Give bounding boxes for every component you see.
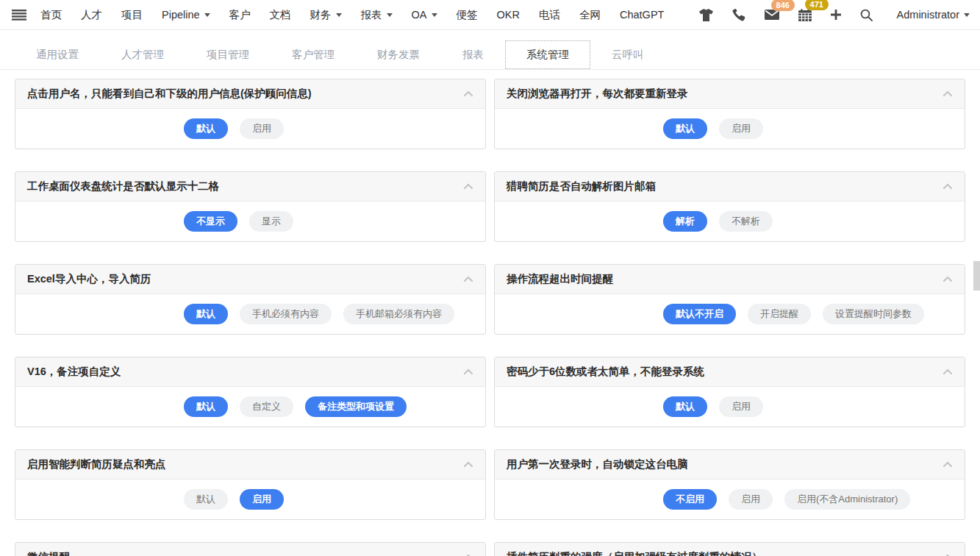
chevron-up-icon[interactable] [463,183,473,190]
settings-card: 工作桌面仪表盘统计是否默认显示十二格 不显示 显示 [15,171,486,242]
nav-item-oa[interactable]: OA [402,9,447,21]
hamburger-menu-icon[interactable] [12,10,26,21]
mail-icon[interactable]: 846 [765,10,779,20]
settings-tabbar: 通用设置 人才管理 项目管理 客户管理 财务发票 报表 系统管理 云呼叫 [0,40,980,70]
nav-right-icons: 846 471 Administrator [690,8,970,21]
option-button[interactable]: 自定义 [240,396,293,417]
nav-item-label: OA [412,9,427,21]
nav-item-okr[interactable]: OKR [487,9,529,21]
option-button[interactable]: 启用 [240,118,284,139]
card-header[interactable]: 猎聘简历是否自动解析图片邮箱 [495,172,965,202]
tab-finance-invoice[interactable]: 财务发票 [356,40,441,69]
chevron-up-icon[interactable] [943,90,953,97]
vertical-scrollbar-thumb[interactable] [973,261,980,291]
settings-card: 插件简历判重的强度（启用加强级有过度判重的情况） [494,542,965,556]
nav-item-docs[interactable]: 文档 [260,8,301,22]
option-button[interactable]: 默认 [663,118,707,139]
option-button[interactable]: 默认 [184,396,228,417]
card-title: 插件简历判重的强度（启用加强级有过度判重的情况） [507,550,762,556]
tshirt-icon[interactable] [699,9,713,21]
tab-reports[interactable]: 报表 [441,40,505,69]
calendar-count-badge: 471 [805,0,829,10]
chevron-up-icon[interactable] [463,461,473,468]
card-header[interactable]: 关闭浏览器再打开，每次都要重新登录 [495,79,965,109]
nav-item-home[interactable]: 首页 [31,8,71,22]
card-header[interactable]: 工作桌面仪表盘统计是否默认显示十二格 [15,172,485,202]
option-button[interactable]: 不解析 [719,211,773,232]
nav-item-notes[interactable]: 便签 [447,8,487,22]
settings-card: V16，备注项自定义 默认 自定义 备注类型和项设置 [15,357,486,427]
card-body: 默认 启用 [495,387,965,427]
option-button[interactable]: 默认 [184,304,228,324]
option-button[interactable]: 默认不开启 [663,304,736,324]
nav-item-phone[interactable]: 电话 [529,8,570,22]
nav-item-finance[interactable]: 财务 [301,8,351,22]
chevron-up-icon[interactable] [943,368,953,375]
option-button[interactable]: 默认 [184,118,228,139]
card-body: 默认 手机必须有内容 手机邮箱必须有内容 [15,294,485,334]
nav-item-label: 电话 [539,8,560,22]
card-body: 默认不开启 开启提醒 设置提醒时间参数 [495,294,965,334]
nav-item-talent[interactable]: 人才 [71,8,112,22]
nav-item-pipeline[interactable]: Pipeline [152,9,220,21]
option-button[interactable]: 启用(不含Administrator) [784,489,910,510]
option-button[interactable]: 开启提醒 [748,304,811,324]
nav-item-label: 项目 [121,8,143,22]
chevron-up-icon[interactable] [463,276,473,282]
option-button[interactable]: 解析 [663,211,707,232]
tab-project-mgmt[interactable]: 项目管理 [185,40,271,69]
option-button[interactable]: 启用 [719,396,763,417]
settings-card: Excel导入中心，导入简历 默认 手机必须有内容 手机邮箱必须有内容 [15,264,486,335]
nav-item-reports[interactable]: 报表 [351,8,402,22]
option-button[interactable]: 启用 [719,118,763,139]
chevron-down-icon [336,13,342,20]
card-header[interactable]: 点击用户名，只能看到自己和下级的用户信息(保护顾问信息) [15,79,485,109]
tab-system-mgmt[interactable]: 系统管理 [505,40,590,69]
option-button[interactable]: 默认 [663,396,707,417]
chevron-up-icon[interactable] [463,90,473,97]
tab-customer-mgmt[interactable]: 客户管理 [271,40,356,69]
option-button[interactable]: 启用 [729,489,773,510]
card-header[interactable]: 操作流程超出时间提醒 [495,265,965,294]
option-button[interactable]: 手机邮箱必须有内容 [343,304,454,324]
chevron-up-icon[interactable] [943,276,953,282]
card-title: Excel导入中心，导入简历 [27,272,151,286]
phone-icon[interactable] [732,8,745,21]
nav-item-label: 客户 [229,8,251,22]
chevron-down-icon [204,13,210,20]
card-header[interactable]: V16，备注项自定义 [15,357,485,387]
card-header[interactable]: 插件简历判重的强度（启用加强级有过度判重的情况） [495,543,965,556]
card-header[interactable]: 微信提醒 [15,543,485,556]
tab-general-settings[interactable]: 通用设置 [15,40,100,69]
nav-item-chatgpt[interactable]: ChatGPT [610,9,673,21]
settings-card: 密码少于6位数或者太简单，不能登录系统 默认 启用 [494,357,965,427]
chevron-up-icon[interactable] [463,368,473,375]
card-header[interactable]: 启用智能判断简历疑点和亮点 [15,450,485,480]
tab-cloud-call[interactable]: 云呼叫 [590,40,665,69]
card-header[interactable]: Excel导入中心，导入简历 [15,265,485,294]
plus-icon[interactable] [831,10,841,20]
option-button[interactable]: 备注类型和项设置 [305,396,407,417]
option-button[interactable]: 启用 [240,489,284,510]
calendar-icon[interactable]: 471 [798,9,812,21]
option-button[interactable]: 显示 [249,211,293,232]
nav-item-project[interactable]: 项目 [112,8,152,22]
nav-item-network[interactable]: 全网 [570,8,610,22]
user-menu[interactable]: Administrator [897,9,970,21]
chevron-up-icon[interactable] [943,461,953,468]
chevron-up-icon[interactable] [943,183,953,190]
nav-item-customer[interactable]: 客户 [220,8,260,22]
chevron-down-icon [964,13,970,20]
tab-talent-mgmt[interactable]: 人才管理 [100,40,185,69]
nav-item-label: 全网 [579,8,601,22]
card-header[interactable]: 用户第一次登录时，自动锁定这台电脑 [495,450,965,480]
option-button[interactable]: 手机必须有内容 [240,304,332,324]
card-header[interactable]: 密码少于6位数或者太简单，不能登录系统 [495,357,965,387]
option-button[interactable]: 默认 [184,489,228,510]
nav-item-label: 财务 [310,8,332,22]
card-title: 关闭浏览器再打开，每次都要重新登录 [507,87,688,101]
option-button[interactable]: 不启用 [663,489,717,510]
option-button[interactable]: 设置提醒时间参数 [823,304,924,324]
search-icon[interactable] [860,9,873,21]
option-button[interactable]: 不显示 [184,211,237,232]
